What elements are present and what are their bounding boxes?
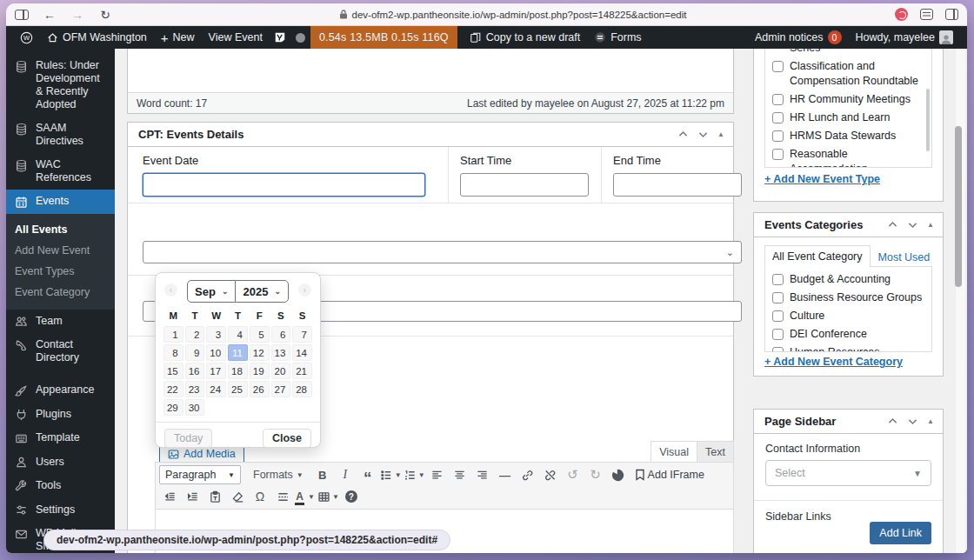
link-button[interactable] xyxy=(517,465,538,484)
formats-button[interactable]: Formats▼ xyxy=(248,469,309,481)
event-category-checkbox[interactable] xyxy=(772,274,784,285)
event-category-checkbox[interactable] xyxy=(772,310,784,322)
bold-button[interactable]: B xyxy=(312,465,333,484)
day-cell[interactable]: 11 xyxy=(228,344,248,361)
pie-chart-button[interactable] xyxy=(608,465,629,484)
sidebar-item-contact-directory[interactable]: Contact Directory xyxy=(6,333,115,370)
day-cell[interactable]: 19 xyxy=(250,363,270,379)
day-cell[interactable]: 18 xyxy=(228,363,248,379)
next-month-icon[interactable]: › xyxy=(298,283,311,297)
day-cell[interactable]: 22 xyxy=(163,381,183,397)
event-category-checkbox[interactable] xyxy=(772,292,784,303)
event-type-checkbox[interactable] xyxy=(772,94,784,105)
day-cell[interactable]: 30 xyxy=(185,399,205,416)
bullet-list-button[interactable]: ▼ xyxy=(380,465,402,484)
unlink-button[interactable] xyxy=(540,465,561,484)
sidebar-item-wac-references[interactable]: WAC References xyxy=(6,153,115,190)
day-cell[interactable]: 4 xyxy=(228,326,248,343)
sidebar-item-settings[interactable]: Settings xyxy=(6,498,115,523)
query-monitor-stats[interactable]: 0.54s 13.5MB 0.15s 116Q xyxy=(310,26,457,49)
day-cell[interactable]: 9 xyxy=(185,344,205,361)
howdy-menu-item[interactable]: Howdy, mayelee xyxy=(849,26,960,49)
add-new-event-category-link[interactable]: + Add New Event Category xyxy=(764,356,903,368)
horizontal-rule-button[interactable]: — xyxy=(495,465,516,484)
view-event-menu-item[interactable]: View Event xyxy=(202,26,270,49)
today-button[interactable]: Today xyxy=(164,429,212,448)
submenu-item-add-new-event[interactable]: Add New Event xyxy=(6,240,115,261)
add-new-event-type-link[interactable]: + Add New Event Type xyxy=(764,173,880,185)
paste-as-text-button[interactable] xyxy=(204,487,225,506)
day-cell[interactable]: 10 xyxy=(206,344,226,361)
contact-information-select[interactable]: Select ▼ xyxy=(765,460,931,486)
day-cell[interactable]: 13 xyxy=(271,344,291,361)
blockquote-button[interactable]: “ xyxy=(357,465,378,484)
day-cell[interactable]: 12 xyxy=(250,344,270,361)
prev-month-icon[interactable]: ‹ xyxy=(164,283,177,297)
year-select[interactable]: 2025⌄ xyxy=(235,280,288,303)
submenu-item-all-events[interactable]: All Events xyxy=(6,219,115,240)
day-cell[interactable]: 1 xyxy=(163,326,183,343)
numbered-list-button[interactable]: ▼ xyxy=(404,465,425,484)
back-icon[interactable]: ← xyxy=(43,8,57,22)
indent-button[interactable] xyxy=(182,487,203,506)
event-date-input[interactable] xyxy=(143,173,425,197)
special-character-button[interactable]: Ω xyxy=(250,487,270,506)
toggle-panel-icon[interactable]: ▲ xyxy=(927,221,934,229)
day-cell[interactable]: 6 xyxy=(271,326,291,343)
page-scrollbar-track[interactable] xyxy=(955,49,965,553)
sidebar-toggle-icon[interactable] xyxy=(15,8,29,22)
day-cell[interactable]: 20 xyxy=(271,363,291,379)
add-iframe-button[interactable]: Add IFrame xyxy=(630,469,709,481)
event-type-checkbox[interactable] xyxy=(772,149,784,160)
event-type-checkbox[interactable] xyxy=(772,130,784,142)
sidebar-item-users[interactable]: Users xyxy=(6,450,115,475)
forms-menu-item[interactable]: Forms xyxy=(587,26,648,49)
day-cell[interactable]: 3 xyxy=(206,326,226,343)
day-cell[interactable]: 28 xyxy=(292,381,312,397)
status-dot-icon[interactable] xyxy=(290,26,310,49)
sidebar-item-appearance[interactable]: Appearance xyxy=(6,378,115,403)
sidebar-item-team[interactable]: Team xyxy=(6,310,115,334)
submenu-item-event-types[interactable]: Event Types xyxy=(6,261,115,282)
close-button[interactable]: Close xyxy=(263,429,311,448)
move-up-icon[interactable] xyxy=(677,129,689,140)
day-cell[interactable]: 16 xyxy=(185,363,205,379)
align-left-button[interactable] xyxy=(427,465,448,484)
extensions-icon[interactable] xyxy=(920,9,933,20)
align-right-button[interactable] xyxy=(472,465,493,484)
list-scrollbar[interactable] xyxy=(926,89,930,151)
day-cell[interactable]: 14 xyxy=(292,344,312,361)
sidebar-item-template[interactable]: Template xyxy=(6,426,115,450)
move-up-icon[interactable] xyxy=(887,416,898,427)
day-cell[interactable]: 27 xyxy=(271,381,291,397)
outdent-button[interactable] xyxy=(159,487,180,506)
day-cell[interactable]: 29 xyxy=(163,399,183,416)
event-type-checkbox[interactable] xyxy=(772,61,784,72)
day-cell[interactable]: 2 xyxy=(185,326,205,343)
day-cell[interactable]: 26 xyxy=(250,381,270,397)
admin-notices-menu-item[interactable]: Admin notices 0 xyxy=(748,26,849,49)
day-cell[interactable]: 23 xyxy=(185,381,205,397)
reload-icon[interactable]: ↻ xyxy=(98,8,112,22)
add-link-button[interactable]: Add Link xyxy=(870,522,931,544)
help-button[interactable]: ? xyxy=(341,487,362,506)
yoast-menu-item[interactable] xyxy=(270,26,290,49)
day-cell[interactable]: 7 xyxy=(292,326,312,343)
day-cell[interactable]: 5 xyxy=(250,326,270,343)
day-cell[interactable]: 8 xyxy=(163,344,183,361)
site-menu-item[interactable]: OFM Washington xyxy=(40,26,154,49)
sidebar-item-tools[interactable]: Tools xyxy=(6,474,115,498)
move-down-icon[interactable] xyxy=(907,416,918,427)
tab-all-event-category[interactable]: All Event Category xyxy=(764,245,871,268)
forward-icon[interactable]: → xyxy=(70,8,84,22)
day-cell[interactable]: 15 xyxy=(163,363,183,379)
paragraph-select[interactable]: Paragraph▼ xyxy=(159,465,241,484)
event-type-checkbox[interactable] xyxy=(772,112,784,123)
table-button[interactable]: ▼ xyxy=(317,487,339,506)
toggle-panel-icon[interactable]: ▲ xyxy=(717,130,724,138)
sidebar-item-rules-under-development-recently-adopted[interactable]: Rules: Under Development & Recently Adop… xyxy=(6,54,115,117)
page-scrollbar-thumb[interactable] xyxy=(955,126,962,287)
text-color-button[interactable]: A▼ xyxy=(295,487,316,506)
copy-draft-menu-item[interactable]: Copy to a new draft xyxy=(463,26,587,49)
split-view-icon[interactable] xyxy=(945,9,958,20)
